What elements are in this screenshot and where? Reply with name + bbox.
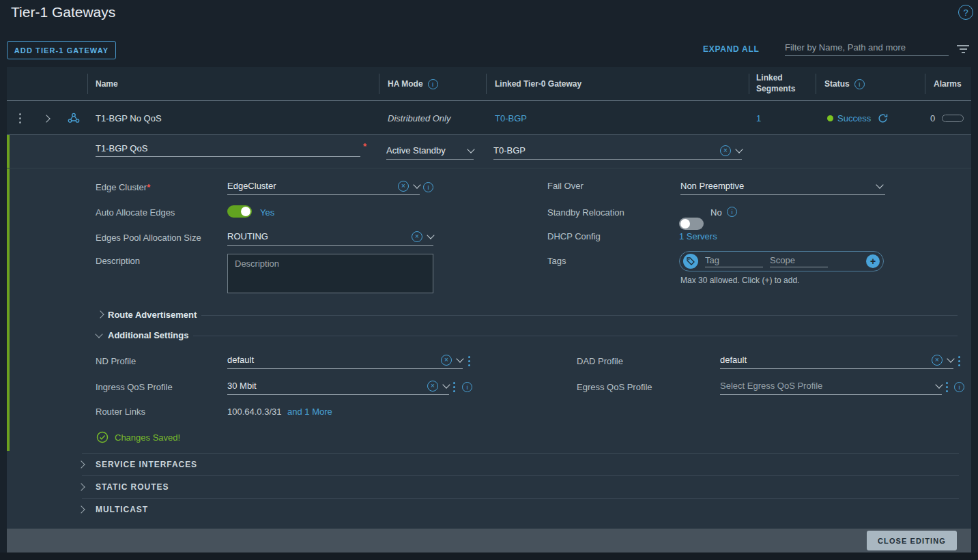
column-header-name: Name (96, 67, 118, 101)
linked-tier0-dropdown[interactable]: T0-BGP × (493, 143, 742, 160)
router-links-more-link[interactable]: and 1 More (287, 407, 332, 417)
add-tag-icon[interactable]: + (866, 254, 880, 268)
edge-cluster-dropdown[interactable]: EdgeCluster × (227, 179, 420, 195)
clear-icon[interactable]: × (932, 355, 943, 366)
chevron-down-icon[interactable] (467, 145, 474, 153)
scope-input[interactable] (770, 255, 828, 267)
help-icon[interactable]: ? (958, 5, 973, 20)
gateway-name-input[interactable] (96, 143, 360, 157)
standby-relocation-value: No (710, 207, 722, 218)
pool-size-label: Edges Pool Allocation Size (96, 233, 201, 243)
auto-allocate-label: Auto Allocate Edges (96, 207, 175, 218)
multicast-section[interactable]: MULTICAST (96, 505, 148, 514)
row-linked-tier0-link[interactable]: T0-BGP (495, 101, 527, 135)
route-advertisement-section[interactable]: Route Advertisement (108, 310, 197, 320)
nd-profile-menu-icon[interactable] (468, 356, 470, 366)
row-divider (7, 134, 971, 135)
tags-note: Max 30 allowed. Click (+) to add. (680, 276, 799, 285)
pool-size-dropdown[interactable]: ROUTING × (227, 229, 433, 246)
ingress-qos-dropdown[interactable]: 30 Mbit × (227, 379, 449, 395)
section-divider (82, 453, 959, 454)
fail-over-dropdown[interactable]: Non Preemptive (680, 179, 885, 195)
dhcp-config-label: DHCP Config (547, 231, 601, 241)
column-header-alarms: Alarms (934, 67, 962, 101)
filter-icon[interactable] (955, 45, 970, 53)
router-links-label: Router Links (96, 407, 145, 417)
expand-all-link[interactable]: EXPAND ALL (703, 44, 760, 54)
clear-icon[interactable]: × (441, 355, 452, 366)
required-asterisk: * (363, 141, 366, 151)
standby-relocation-info-icon[interactable]: i (727, 207, 737, 217)
chevron-down-icon[interactable] (947, 355, 954, 362)
egress-qos-info-icon[interactable]: i (954, 382, 964, 392)
column-header-linked-tier0: Linked Tier-0 Gateway (495, 67, 581, 101)
auto-allocate-toggle[interactable] (227, 205, 252, 218)
clear-icon[interactable]: × (398, 181, 409, 192)
description-textarea[interactable] (227, 254, 433, 293)
chevron-down-icon[interactable] (456, 355, 463, 362)
filter-input[interactable] (785, 42, 949, 56)
edge-cluster-info-icon[interactable]: i (423, 182, 433, 192)
section-divider (82, 498, 959, 499)
section-rule (193, 336, 958, 336)
chevron-down-icon[interactable] (442, 381, 450, 388)
changes-saved-message: Changes Saved! (115, 432, 180, 443)
editor-divider (7, 168, 971, 168)
service-interfaces-section[interactable]: SERVICE INTERFACES (96, 460, 197, 469)
row-ha-mode: Distributed Only (388, 101, 450, 135)
section-divider (82, 475, 959, 476)
row-alarms-count: 0 (930, 113, 935, 123)
chevron-down-icon[interactable] (935, 381, 943, 388)
status-refresh-icon[interactable] (878, 113, 888, 123)
chevron-down-icon[interactable] (427, 231, 434, 239)
standby-relocation-toggle[interactable] (679, 218, 704, 230)
dhcp-config-link[interactable]: 1 Servers (679, 231, 717, 241)
clear-icon[interactable]: × (412, 231, 422, 242)
page-title: Tier-1 Gateways (11, 4, 115, 20)
ha-mode-dropdown[interactable]: Active Standby (386, 143, 474, 160)
column-header-linked-segments: Linked Segments (756, 67, 804, 101)
ingress-qos-info-icon[interactable]: i (462, 382, 472, 392)
tags-label: Tags (547, 256, 566, 266)
ingress-qos-label: Ingress QoS Profile (96, 382, 173, 392)
status-info-icon[interactable]: i (854, 79, 865, 89)
row-linked-segments-link[interactable]: 1 (756, 101, 761, 135)
egress-qos-label: Egress QoS Profile (577, 382, 652, 392)
nd-profile-dropdown[interactable]: default × (227, 353, 463, 369)
egress-qos-dropdown[interactable]: Select Egress QoS Profile (720, 379, 942, 395)
router-links-value: 100.64.0.3/31 (227, 407, 282, 417)
clear-icon[interactable]: × (720, 145, 731, 156)
required-asterisk: * (147, 182, 150, 192)
section-rule (201, 315, 958, 316)
ha-mode-info-icon[interactable]: i (428, 79, 438, 89)
ingress-qos-menu-icon[interactable] (453, 382, 455, 392)
clear-icon[interactable]: × (427, 381, 438, 392)
add-tier1-gateway-button[interactable]: ADD TIER-1 GATEWAY (7, 41, 116, 59)
chevron-down-icon[interactable] (413, 181, 420, 188)
chevron-down-icon[interactable] (876, 181, 883, 188)
row-menu-icon[interactable] (19, 113, 21, 123)
nd-profile-label: ND Profile (96, 356, 136, 366)
standby-relocation-label: Standby Relocation (547, 207, 624, 218)
chevron-down-icon[interactable] (735, 145, 743, 153)
column-header-ha-mode: HA Mode (388, 79, 423, 89)
egress-qos-menu-icon[interactable] (946, 382, 948, 392)
tag-icon (683, 254, 698, 269)
auto-allocate-value: Yes (260, 207, 274, 218)
dad-profile-dropdown[interactable]: default × (720, 353, 953, 369)
dad-profile-label: DAD Profile (577, 356, 623, 366)
description-label: Description (96, 256, 140, 266)
gateway-topology-icon (68, 113, 80, 123)
close-editing-button[interactable]: CLOSE EDITING (867, 531, 957, 550)
row-status: Success (837, 113, 871, 123)
tag-input[interactable] (705, 255, 763, 267)
bottom-strip (0, 552, 978, 560)
dad-profile-menu-icon[interactable] (958, 356, 960, 366)
tags-field: + (679, 251, 884, 271)
column-header-status: Status (824, 79, 850, 89)
row-name: T1-BGP No QoS (96, 101, 162, 135)
edit-active-indicator-bar (7, 135, 10, 451)
additional-settings-section[interactable]: Additional Settings (108, 330, 188, 340)
static-routes-section[interactable]: STATIC ROUTES (96, 482, 169, 492)
edge-cluster-label: Edge Cluster* (96, 182, 150, 192)
